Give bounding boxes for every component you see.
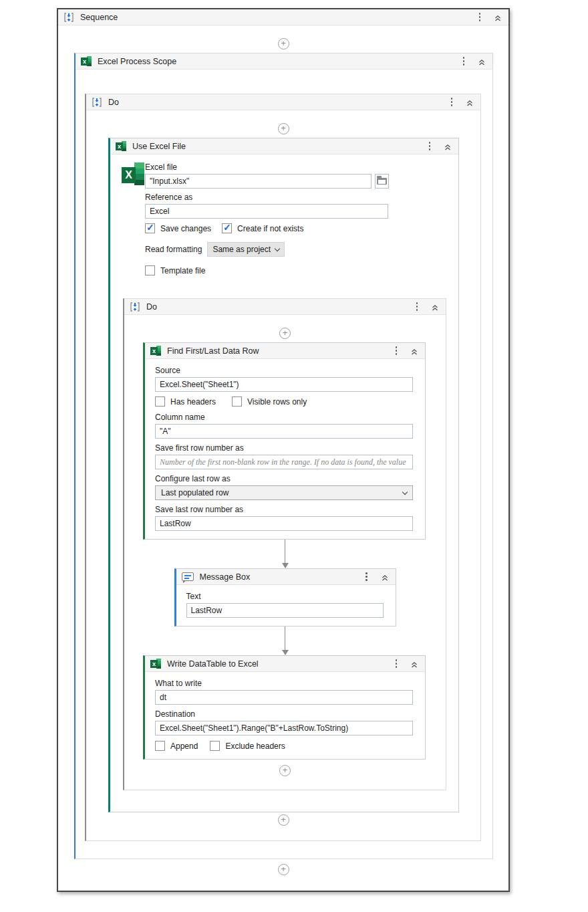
connector-arrow	[124, 540, 446, 568]
create-if-not-exists-label: Create if not exists	[237, 224, 303, 233]
sequence-icon	[63, 12, 74, 23]
message-box-activity[interactable]: Message Box Text	[174, 568, 396, 626]
collapse-icon[interactable]	[465, 98, 474, 107]
write-datatable-title: Write DataTable to Excel	[167, 659, 387, 669]
what-to-write-input[interactable]	[155, 690, 413, 705]
kebab-menu-icon[interactable]	[393, 344, 400, 357]
use-excel-file-header[interactable]: x Use Excel File	[110, 138, 458, 154]
text-input[interactable]	[186, 603, 384, 618]
save-last-row-label: Save last row number as	[155, 505, 413, 514]
has-headers-checkbox[interactable]	[155, 396, 165, 407]
kebab-menu-icon[interactable]	[414, 300, 421, 313]
append-checkbox[interactable]	[155, 741, 165, 751]
configure-last-row-dropdown[interactable]: Last populated row	[155, 485, 413, 500]
collapse-icon[interactable]	[493, 13, 502, 22]
configure-last-row-value: Last populated row	[161, 488, 229, 497]
collapse-icon[interactable]	[380, 572, 390, 582]
add-activity-button[interactable]: +	[278, 814, 289, 826]
template-file-label: Template file	[160, 266, 205, 275]
has-headers-label: Has headers	[170, 397, 216, 407]
kebab-menu-icon[interactable]	[426, 140, 434, 152]
add-activity-button[interactable]: +	[278, 123, 289, 134]
message-box-header[interactable]: Message Box	[176, 569, 396, 585]
do-outer-container[interactable]: Do + x Use Excel File	[85, 94, 481, 841]
excel-process-scope-header[interactable]: x Excel Process Scope	[76, 53, 492, 70]
excel-file-label: Excel file	[145, 162, 448, 172]
kebab-menu-icon[interactable]	[448, 96, 456, 108]
sequence-title: Sequence	[80, 13, 470, 22]
read-formatting-label: Read formatting	[145, 245, 202, 254]
browse-file-button[interactable]	[375, 174, 389, 189]
excel-icon: x	[116, 141, 126, 151]
write-datatable-header[interactable]: x Write DataTable to Excel	[145, 656, 425, 672]
collapse-icon[interactable]	[430, 302, 440, 312]
message-box-title: Message Box	[200, 572, 357, 582]
do-inner-title: Do	[146, 302, 408, 312]
excel-icon: x	[150, 659, 161, 669]
save-first-row-label: Save first row number as	[155, 443, 413, 453]
configure-last-row-label: Configure last row as	[155, 474, 413, 483]
write-datatable-activity[interactable]: x Write DataTable to Excel What to write	[143, 655, 426, 760]
column-name-input[interactable]	[155, 424, 413, 439]
save-changes-label: Save changes	[160, 224, 211, 233]
add-activity-button[interactable]: +	[279, 328, 291, 339]
visible-rows-only-checkbox[interactable]	[232, 396, 242, 407]
kebab-menu-icon[interactable]	[393, 657, 400, 670]
excel-file-input[interactable]	[145, 174, 372, 189]
excel-icon: x	[150, 346, 161, 356]
excel-process-scope-activity[interactable]: x Excel Process Scope Do	[74, 53, 493, 859]
collapse-icon[interactable]	[410, 346, 419, 356]
source-input[interactable]	[155, 377, 413, 392]
save-first-row-input[interactable]	[155, 455, 413, 469]
connector-arrow	[124, 626, 446, 655]
chevron-down-icon	[275, 245, 280, 251]
destination-input[interactable]	[155, 721, 413, 735]
excel-icon: x	[81, 56, 92, 66]
source-label: Source	[155, 366, 413, 375]
create-if-not-exists-checkbox[interactable]	[222, 223, 232, 233]
excel-file-icon: X	[122, 162, 144, 185]
read-formatting-value: Same as project	[212, 245, 271, 254]
chevron-down-icon	[402, 489, 408, 494]
folder-icon	[377, 178, 387, 185]
sequence-icon	[130, 302, 140, 312]
reference-as-label: Reference as	[145, 193, 448, 202]
use-excel-file-activity[interactable]: x Use Excel File X Excel file	[108, 138, 459, 812]
kebab-menu-icon[interactable]	[363, 570, 370, 583]
save-changes-checkbox[interactable]	[145, 223, 155, 233]
sequence-activity[interactable]: Sequence + x Excel Process Scope	[57, 8, 510, 892]
reference-as-input[interactable]	[145, 204, 388, 219]
column-name-label: Column name	[155, 413, 413, 422]
use-excel-file-title: Use Excel File	[132, 142, 420, 151]
exclude-headers-checkbox[interactable]	[210, 741, 220, 751]
do-outer-title: Do	[108, 98, 442, 107]
collapse-icon[interactable]	[410, 659, 419, 669]
add-activity-button[interactable]: +	[279, 765, 291, 776]
kebab-menu-icon[interactable]	[476, 11, 484, 23]
find-first-last-header[interactable]: x Find First/Last Data Row	[145, 343, 425, 359]
save-last-row-input[interactable]	[155, 516, 413, 531]
find-first-last-data-row-activity[interactable]: x Find First/Last Data Row Source	[143, 342, 426, 540]
what-to-write-label: What to write	[155, 679, 413, 688]
find-first-last-title: Find First/Last Data Row	[167, 346, 387, 356]
sequence-icon	[92, 97, 102, 108]
do-inner-header[interactable]: Do	[124, 299, 446, 315]
collapse-icon[interactable]	[443, 142, 452, 151]
text-label: Text	[186, 592, 384, 601]
append-label: Append	[170, 742, 198, 751]
excel-process-scope-title: Excel Process Scope	[98, 57, 454, 66]
add-activity-button[interactable]: +	[278, 38, 289, 49]
exclude-headers-label: Exclude headers	[225, 742, 285, 751]
destination-label: Destination	[155, 709, 413, 719]
collapse-icon[interactable]	[477, 57, 486, 66]
add-activity-button[interactable]: +	[278, 864, 289, 875]
sequence-header[interactable]: Sequence	[58, 9, 508, 25]
kebab-menu-icon[interactable]	[460, 55, 468, 68]
template-file-checkbox[interactable]	[145, 265, 155, 275]
do-inner-container[interactable]: Do + x Find	[123, 298, 446, 790]
read-formatting-dropdown[interactable]: Same as project	[207, 242, 285, 257]
message-box-icon	[182, 572, 194, 581]
do-outer-header[interactable]: Do	[86, 94, 480, 110]
visible-rows-only-label: Visible rows only	[247, 397, 307, 407]
